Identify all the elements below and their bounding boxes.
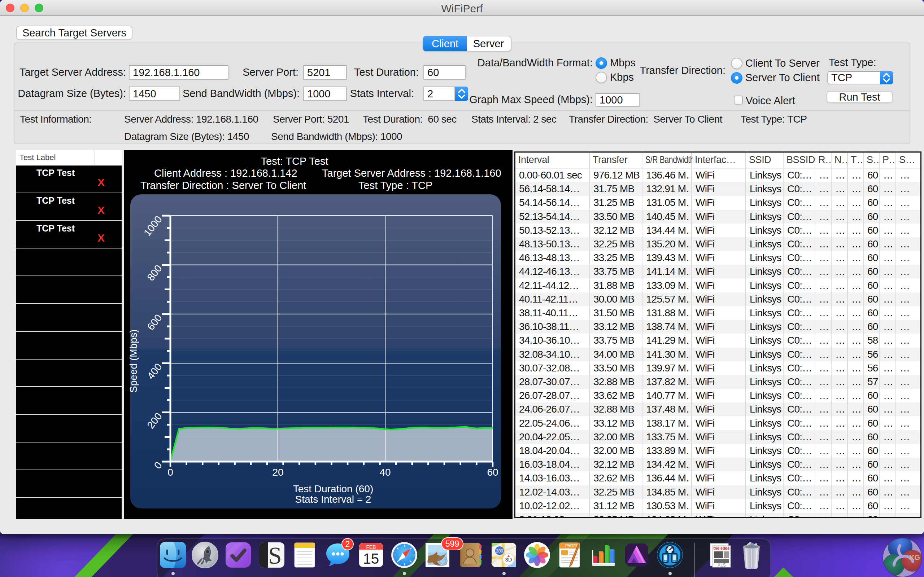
svg-text:Client Address : 192.168.1.142: Client Address : 192.168.1.142 <box>154 167 297 179</box>
svg-text:KG: KG <box>909 554 920 561</box>
svg-text:Test Duration (60): Test Duration (60) <box>293 483 373 495</box>
svg-text:PAGES: PAGES <box>565 543 578 548</box>
svg-text:the edge: the edge <box>713 546 729 550</box>
svg-text:Transfer Direction : Server To: Transfer Direction : Server To Client <box>141 180 306 191</box>
svg-text:15: 15 <box>363 551 380 567</box>
svg-text:280: 280 <box>496 548 503 554</box>
svg-text:20: 20 <box>272 467 283 478</box>
svg-text:Target Server Address : 192.16: Target Server Address : 192.168.1.160 <box>322 167 501 179</box>
svg-text:Speed (Mbps): Speed (Mbps) <box>128 329 139 393</box>
svg-text:0: 0 <box>168 467 173 478</box>
svg-text:Stats Interval = 2: Stats Interval = 2 <box>295 494 372 505</box>
svg-text:S: S <box>268 542 282 569</box>
svg-text:XLS: XLS <box>717 562 726 567</box>
svg-text:FEB: FEB <box>366 544 376 550</box>
svg-text:40: 40 <box>380 467 391 478</box>
svg-text:60: 60 <box>487 467 498 478</box>
svg-text:3D: 3D <box>505 556 512 562</box>
svg-text:Test: TCP Test: Test: TCP Test <box>261 155 328 167</box>
svg-text:Test Type : TCP: Test Type : TCP <box>359 180 432 191</box>
